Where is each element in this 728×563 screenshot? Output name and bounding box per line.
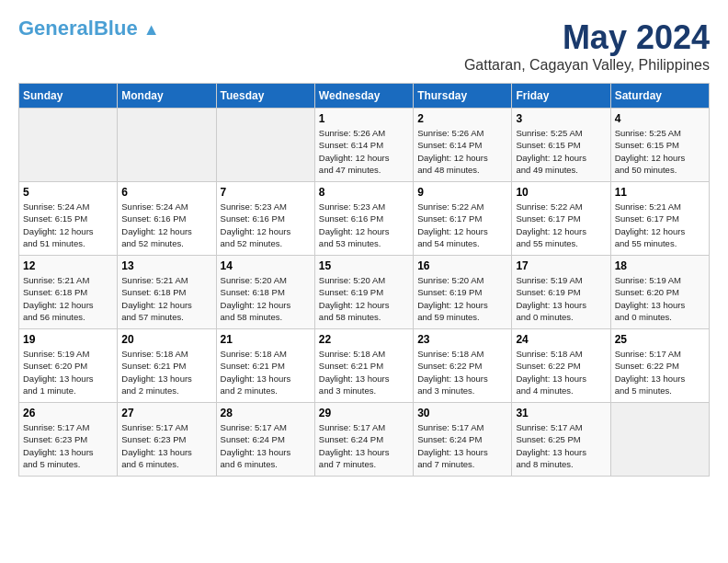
day-header-tuesday: Tuesday <box>216 84 314 109</box>
day-info: Sunrise: 5:17 AM Sunset: 6:24 PM Dayligh… <box>417 421 507 470</box>
day-number: 25 <box>615 333 705 346</box>
day-info: Sunrise: 5:19 AM Sunset: 6:20 PM Dayligh… <box>23 348 113 396</box>
day-info: Sunrise: 5:18 AM Sunset: 6:21 PM Dayligh… <box>121 348 211 396</box>
day-info: Sunrise: 5:17 AM Sunset: 6:25 PM Dayligh… <box>516 421 606 470</box>
day-number: 28 <box>221 407 311 419</box>
day-number: 26 <box>23 407 113 419</box>
calendar-week-row: 1Sunrise: 5:26 AM Sunset: 6:14 PM Daylig… <box>19 109 710 182</box>
day-number: 27 <box>121 407 211 419</box>
day-number: 6 <box>121 186 211 199</box>
day-number: 22 <box>319 333 409 346</box>
day-number: 29 <box>319 407 409 419</box>
day-number: 13 <box>121 259 211 272</box>
day-number: 20 <box>121 333 211 346</box>
calendar-week-row: 26Sunrise: 5:17 AM Sunset: 6:23 PM Dayli… <box>19 403 710 477</box>
calendar-title: May 2024 <box>464 18 710 57</box>
day-info: Sunrise: 5:17 AM Sunset: 6:24 PM Dayligh… <box>319 421 409 470</box>
day-header-thursday: Thursday <box>414 84 512 109</box>
calendar-cell: 13Sunrise: 5:21 AM Sunset: 6:18 PM Dayli… <box>118 256 216 329</box>
calendar-cell: 9Sunrise: 5:22 AM Sunset: 6:17 PM Daylig… <box>414 182 512 256</box>
day-number: 16 <box>417 259 507 272</box>
calendar-cell <box>19 109 118 182</box>
logo-text: GeneralBlue ▲ <box>18 18 160 39</box>
day-number: 19 <box>23 333 113 346</box>
day-info: Sunrise: 5:26 AM Sunset: 6:14 PM Dayligh… <box>319 127 409 176</box>
logo: GeneralBlue ▲ <box>18 18 160 39</box>
calendar-cell: 28Sunrise: 5:17 AM Sunset: 6:24 PM Dayli… <box>216 403 314 477</box>
day-number: 11 <box>615 186 705 199</box>
calendar-cell: 5Sunrise: 5:24 AM Sunset: 6:15 PM Daylig… <box>19 182 118 256</box>
day-header-saturday: Saturday <box>610 84 709 109</box>
calendar-cell: 23Sunrise: 5:18 AM Sunset: 6:22 PM Dayli… <box>414 329 512 403</box>
calendar-cell: 18Sunrise: 5:19 AM Sunset: 6:20 PM Dayli… <box>610 256 709 329</box>
calendar-cell <box>118 109 216 182</box>
calendar-cell <box>216 109 314 182</box>
day-info: Sunrise: 5:23 AM Sunset: 6:16 PM Dayligh… <box>221 201 311 249</box>
day-number: 30 <box>417 407 507 419</box>
calendar-cell: 14Sunrise: 5:20 AM Sunset: 6:18 PM Dayli… <box>216 256 314 329</box>
day-info: Sunrise: 5:19 AM Sunset: 6:20 PM Dayligh… <box>615 274 705 323</box>
calendar-cell: 25Sunrise: 5:17 AM Sunset: 6:22 PM Dayli… <box>610 329 709 403</box>
day-info: Sunrise: 5:21 AM Sunset: 6:18 PM Dayligh… <box>121 274 211 323</box>
day-number: 24 <box>516 333 606 346</box>
day-info: Sunrise: 5:20 AM Sunset: 6:18 PM Dayligh… <box>221 274 311 323</box>
day-info: Sunrise: 5:18 AM Sunset: 6:21 PM Dayligh… <box>319 348 409 396</box>
calendar-cell: 22Sunrise: 5:18 AM Sunset: 6:21 PM Dayli… <box>314 329 413 403</box>
day-number: 12 <box>23 259 113 272</box>
day-number: 18 <box>615 259 705 272</box>
day-number: 23 <box>417 333 507 346</box>
day-number: 9 <box>417 186 507 199</box>
calendar-cell: 21Sunrise: 5:18 AM Sunset: 6:21 PM Dayli… <box>216 329 314 403</box>
day-info: Sunrise: 5:25 AM Sunset: 6:15 PM Dayligh… <box>516 127 606 176</box>
calendar-cell: 20Sunrise: 5:18 AM Sunset: 6:21 PM Dayli… <box>118 329 216 403</box>
day-info: Sunrise: 5:21 AM Sunset: 6:18 PM Dayligh… <box>23 274 113 323</box>
title-section: May 2024 Gattaran, Cagayan Valley, Phili… <box>464 18 710 74</box>
day-number: 7 <box>221 186 311 199</box>
calendar-week-row: 19Sunrise: 5:19 AM Sunset: 6:20 PM Dayli… <box>19 329 710 403</box>
calendar-week-row: 5Sunrise: 5:24 AM Sunset: 6:15 PM Daylig… <box>19 182 710 256</box>
logo-blue: Blue <box>94 17 138 40</box>
day-number: 17 <box>516 259 606 272</box>
day-info: Sunrise: 5:24 AM Sunset: 6:15 PM Dayligh… <box>23 201 113 249</box>
calendar-cell: 3Sunrise: 5:25 AM Sunset: 6:15 PM Daylig… <box>512 109 610 182</box>
logo-general: General <box>18 17 94 40</box>
day-info: Sunrise: 5:20 AM Sunset: 6:19 PM Dayligh… <box>319 274 409 323</box>
calendar-cell: 27Sunrise: 5:17 AM Sunset: 6:23 PM Dayli… <box>118 403 216 477</box>
day-number: 21 <box>221 333 311 346</box>
day-info: Sunrise: 5:21 AM Sunset: 6:17 PM Dayligh… <box>615 201 705 249</box>
calendar-cell: 15Sunrise: 5:20 AM Sunset: 6:19 PM Dayli… <box>314 256 413 329</box>
day-info: Sunrise: 5:22 AM Sunset: 6:17 PM Dayligh… <box>516 201 606 249</box>
day-info: Sunrise: 5:17 AM Sunset: 6:22 PM Dayligh… <box>615 348 705 396</box>
calendar-cell <box>610 403 709 477</box>
day-number: 5 <box>23 186 113 199</box>
calendar-cell: 6Sunrise: 5:24 AM Sunset: 6:16 PM Daylig… <box>118 182 216 256</box>
calendar-cell: 19Sunrise: 5:19 AM Sunset: 6:20 PM Dayli… <box>19 329 118 403</box>
calendar-cell: 26Sunrise: 5:17 AM Sunset: 6:23 PM Dayli… <box>19 403 118 477</box>
calendar-cell: 4Sunrise: 5:25 AM Sunset: 6:15 PM Daylig… <box>610 109 709 182</box>
calendar-week-row: 12Sunrise: 5:21 AM Sunset: 6:18 PM Dayli… <box>19 256 710 329</box>
calendar-subtitle: Gattaran, Cagayan Valley, Philippines <box>464 57 710 74</box>
calendar-cell: 11Sunrise: 5:21 AM Sunset: 6:17 PM Dayli… <box>610 182 709 256</box>
day-info: Sunrise: 5:20 AM Sunset: 6:19 PM Dayligh… <box>417 274 507 323</box>
header: GeneralBlue ▲ May 2024 Gattaran, Cagayan… <box>18 18 710 74</box>
day-info: Sunrise: 5:17 AM Sunset: 6:24 PM Dayligh… <box>221 421 311 470</box>
day-header-friday: Friday <box>512 84 610 109</box>
day-info: Sunrise: 5:18 AM Sunset: 6:22 PM Dayligh… <box>417 348 507 396</box>
calendar-cell: 17Sunrise: 5:19 AM Sunset: 6:19 PM Dayli… <box>512 256 610 329</box>
day-number: 31 <box>516 407 606 419</box>
day-info: Sunrise: 5:22 AM Sunset: 6:17 PM Dayligh… <box>417 201 507 249</box>
calendar-cell: 12Sunrise: 5:21 AM Sunset: 6:18 PM Dayli… <box>19 256 118 329</box>
day-info: Sunrise: 5:18 AM Sunset: 6:22 PM Dayligh… <box>516 348 606 396</box>
calendar-cell: 31Sunrise: 5:17 AM Sunset: 6:25 PM Dayli… <box>512 403 610 477</box>
day-header-wednesday: Wednesday <box>314 84 413 109</box>
day-header-sunday: Sunday <box>19 84 118 109</box>
calendar-cell: 8Sunrise: 5:23 AM Sunset: 6:16 PM Daylig… <box>314 182 413 256</box>
day-number: 4 <box>615 112 705 125</box>
day-info: Sunrise: 5:19 AM Sunset: 6:19 PM Dayligh… <box>516 274 606 323</box>
calendar-cell: 16Sunrise: 5:20 AM Sunset: 6:19 PM Dayli… <box>414 256 512 329</box>
calendar-cell: 30Sunrise: 5:17 AM Sunset: 6:24 PM Dayli… <box>414 403 512 477</box>
day-info: Sunrise: 5:18 AM Sunset: 6:21 PM Dayligh… <box>221 348 311 396</box>
day-number: 10 <box>516 186 606 199</box>
day-number: 2 <box>417 112 507 125</box>
day-header-monday: Monday <box>118 84 216 109</box>
